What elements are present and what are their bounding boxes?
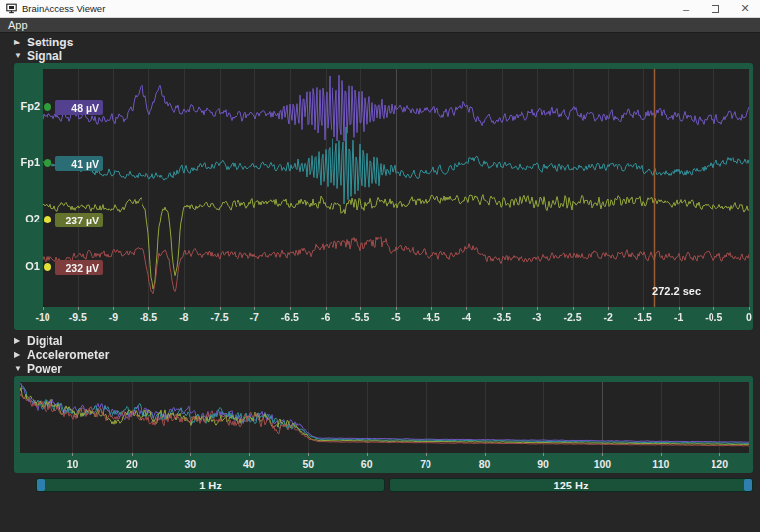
time-tick-label: -8.5 — [140, 311, 157, 323]
time-tick-label: -3.5 — [493, 311, 511, 323]
power-plot-area[interactable] — [20, 382, 749, 453]
axis-tick — [249, 453, 250, 456]
section-header-digital[interactable]: ▶ Digital — [14, 334, 63, 347]
collapse-arrow-icon: ▼ — [14, 51, 27, 60]
highcut-frequency-slider[interactable]: 125 Hz — [389, 478, 753, 492]
section-header-settings[interactable]: ▶ Settings — [14, 36, 73, 48]
freq-tick-label: 100 — [594, 458, 612, 470]
axis-tick — [466, 307, 467, 310]
section-label: Settings — [27, 36, 73, 49]
time-tick-label: -5.5 — [351, 311, 369, 323]
axis-tick — [502, 307, 503, 310]
axis-tick — [254, 307, 255, 310]
axis-tick — [719, 453, 720, 456]
section-header-accelerometer[interactable]: ▶ Accelerometer — [14, 348, 109, 361]
maximize-icon — [712, 5, 719, 13]
section-header-signal[interactable]: ▼ Signal — [14, 49, 62, 62]
axis-tick — [113, 307, 114, 310]
time-tick-label: -0.5 — [705, 311, 722, 323]
axis-tick — [713, 307, 714, 310]
impedance-dot — [44, 263, 51, 271]
freq-tick-label: 10 — [67, 458, 79, 470]
window-controls: – ✕ — [671, 0, 760, 17]
axis-tick — [290, 307, 291, 310]
axis-tick — [485, 453, 486, 456]
axis-tick — [749, 307, 750, 310]
freq-tick-label: 90 — [537, 458, 549, 470]
titlebar[interactable]: BrainAccess Viewer – ✕ — [0, 0, 760, 18]
axis-tick — [220, 307, 221, 310]
app-window: BrainAccess Viewer – ✕ App ▶ Settings ▼ … — [0, 0, 760, 532]
time-tick-label: -9 — [109, 311, 118, 323]
freq-tick-label: 20 — [126, 458, 138, 470]
axis-tick — [543, 453, 544, 456]
axis-tick — [643, 307, 644, 310]
maximize-button[interactable] — [701, 0, 730, 17]
axis-tick — [184, 307, 185, 310]
freq-tick-label: 70 — [420, 458, 431, 470]
power-plot-panel: 102030405060708090100110120 — [14, 376, 753, 473]
axis-tick — [43, 307, 44, 310]
collapse-arrow-icon: ▼ — [14, 364, 27, 373]
time-tick-label: -10 — [35, 311, 49, 323]
freq-tick-label: 120 — [712, 458, 729, 470]
impedance-dot — [44, 159, 51, 167]
impedance-dot — [44, 103, 51, 111]
axis-tick — [573, 307, 574, 310]
time-tick-label: -6 — [321, 311, 330, 323]
minimize-button[interactable]: – — [671, 0, 701, 17]
time-tick-label: -4 — [462, 311, 471, 323]
axis-tick — [190, 453, 191, 456]
freq-tick-label: 40 — [243, 458, 255, 470]
highcut-value-label: 125 Hz — [390, 480, 752, 491]
axis-tick — [537, 307, 538, 310]
slider-handle[interactable] — [744, 479, 752, 491]
time-tick-label: -4.5 — [423, 311, 440, 323]
axis-tick — [602, 453, 603, 456]
section-label: Power — [27, 362, 62, 376]
time-tick-label: -2 — [604, 311, 613, 323]
power-spectrum-canvas[interactable] — [20, 382, 749, 453]
axis-tick — [367, 453, 368, 456]
amplitude-badge: 237 µV — [55, 213, 103, 227]
channel-label: O2 — [14, 213, 40, 224]
channel-label: Fp2 — [14, 100, 40, 112]
section-label: Accelerometer — [27, 348, 109, 362]
lowcut-value-label: 1 Hz — [37, 480, 384, 491]
expand-arrow-icon: ▶ — [14, 350, 27, 359]
section-label: Signal — [27, 49, 62, 63]
power-frequency-axis: 102030405060708090100110120 — [14, 453, 753, 473]
axis-tick — [326, 307, 327, 310]
freq-tick-label: 80 — [479, 458, 491, 470]
time-tick-label: -1 — [674, 311, 683, 323]
axis-tick — [132, 453, 133, 456]
amplitude-badge: 41 µV — [55, 156, 103, 171]
time-tick-label: -7 — [250, 311, 259, 323]
lowcut-frequency-slider[interactable]: 1 Hz — [36, 478, 385, 492]
expand-arrow-icon: ▶ — [14, 336, 27, 345]
time-tick-label: -7.5 — [210, 311, 228, 323]
axis-tick — [679, 307, 680, 310]
slider-handle[interactable] — [37, 479, 45, 491]
freq-tick-label: 50 — [302, 458, 314, 470]
expand-arrow-icon: ▶ — [14, 38, 27, 46]
signal-traces-canvas[interactable] — [43, 69, 749, 307]
menu-app[interactable]: App — [0, 19, 36, 31]
amplitude-badge: 232 µV — [55, 260, 103, 275]
freq-tick-label: 60 — [361, 458, 373, 470]
window-title: BrainAccess Viewer — [22, 3, 105, 14]
time-tick-label: -6.5 — [281, 311, 299, 323]
axis-tick — [308, 453, 309, 456]
axis-tick — [426, 453, 427, 456]
time-tick-label: 0 — [746, 311, 752, 323]
axis-tick — [72, 453, 73, 456]
signal-plot-area[interactable]: 272.2 sec — [43, 69, 749, 307]
axis-tick — [431, 307, 432, 310]
time-tick-label: -1.5 — [634, 311, 652, 323]
freq-tick-label: 30 — [185, 458, 197, 470]
signal-time-axis: -10-9.5-9-8.5-8-7.5-7-6.5-6-5.5-5-4.5-4-… — [14, 307, 753, 330]
section-header-power[interactable]: ▼ Power — [14, 362, 62, 375]
close-button[interactable]: ✕ — [730, 0, 760, 17]
time-tick-label: -3 — [532, 311, 541, 323]
menubar: App — [0, 18, 760, 33]
